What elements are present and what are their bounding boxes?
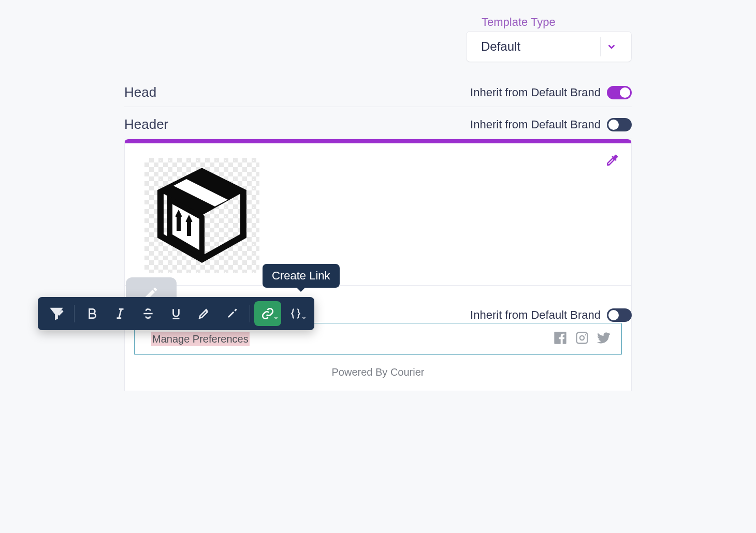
- underline-button[interactable]: [163, 301, 190, 326]
- highlight-button[interactable]: [191, 301, 217, 326]
- head-inherit-label: Inherit from Default Brand: [470, 86, 601, 99]
- header-inherit: Inherit from Default Brand: [470, 118, 632, 131]
- footer-inherit-toggle[interactable]: [607, 308, 632, 322]
- section-header-row: Header Inherit from Default Brand: [124, 107, 632, 139]
- toolbar-divider: [74, 305, 75, 322]
- instagram-icon[interactable]: [575, 331, 589, 347]
- header-inherit-toggle[interactable]: [607, 118, 632, 131]
- template-type-label: Template Type: [466, 16, 632, 29]
- bold-button[interactable]: [79, 301, 106, 326]
- header-preview-card: [124, 139, 632, 286]
- twitter-icon[interactable]: [597, 331, 611, 347]
- section-header-title: Header: [124, 116, 168, 132]
- section-head-title: Head: [124, 84, 156, 100]
- chevron-down-icon: [273, 314, 279, 323]
- footer-inherit-label: Inherit from Default Brand: [470, 308, 601, 322]
- footer-link-text[interactable]: Manage Preferences: [151, 332, 250, 346]
- chevron-down-icon: [301, 314, 307, 323]
- head-inherit-toggle[interactable]: [607, 86, 632, 99]
- text-format-toolbar: [38, 297, 314, 330]
- head-inherit: Inherit from Default Brand: [470, 86, 632, 99]
- color-picker-button[interactable]: [604, 153, 620, 170]
- template-type-dropdown[interactable]: Default: [466, 31, 632, 62]
- header-inherit-label: Inherit from Default Brand: [470, 118, 601, 131]
- strikethrough-button[interactable]: [135, 301, 162, 326]
- facebook-icon[interactable]: [553, 331, 568, 347]
- text-color-button[interactable]: [219, 301, 245, 326]
- chevron-down-icon: [50, 303, 68, 323]
- footer-inherit: Inherit from Default Brand: [470, 308, 632, 322]
- section-head-row: Head Inherit from Default Brand: [124, 75, 632, 107]
- social-icons: [553, 331, 611, 347]
- variable-button[interactable]: [282, 301, 309, 326]
- chevron-down-icon: [600, 37, 622, 56]
- template-type-value: Default: [481, 39, 520, 54]
- powered-by-text: Powered By Courier: [134, 366, 622, 378]
- link-button[interactable]: [254, 301, 281, 326]
- create-link-tooltip: Create Link: [263, 264, 340, 288]
- filter-button[interactable]: [43, 301, 70, 326]
- brand-logo-image[interactable]: [144, 158, 259, 273]
- toolbar-divider: [250, 305, 250, 322]
- template-type-selector: Template Type Default: [466, 16, 632, 62]
- italic-button[interactable]: [107, 301, 134, 326]
